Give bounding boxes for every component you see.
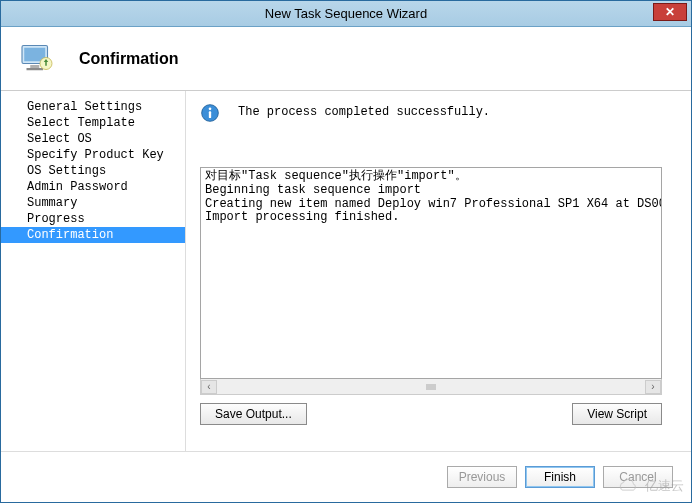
sidebar-item-label: Progress xyxy=(27,212,85,226)
save-output-button[interactable]: Save Output... xyxy=(200,403,307,425)
log-line: Creating new item named Deploy win7 Prof… xyxy=(205,198,657,212)
sidebar-item-os-settings[interactable]: OS Settings xyxy=(1,163,185,179)
step-sidebar: General Settings Select Template Select … xyxy=(1,91,186,451)
finish-button[interactable]: Finish xyxy=(525,466,595,488)
svg-point-6 xyxy=(209,108,212,111)
sidebar-item-label: Specify Product Key xyxy=(27,148,164,162)
sidebar-item-label: Admin Password xyxy=(27,180,128,194)
horizontal-scrollbar[interactable]: ‹ › xyxy=(200,379,662,395)
sidebar-item-confirmation[interactable]: Confirmation xyxy=(1,227,185,243)
wizard-body: General Settings Select Template Select … xyxy=(1,91,691,451)
page-title: Confirmation xyxy=(79,50,179,68)
close-icon: ✕ xyxy=(665,5,675,19)
sidebar-item-label: Select Template xyxy=(27,116,135,130)
previous-button: Previous xyxy=(447,466,517,488)
log-output[interactable]: 对目标"Task sequence"执行操作"import"。 Beginnin… xyxy=(200,167,662,379)
sidebar-item-label: Summary xyxy=(27,196,77,210)
scroll-right-arrow-icon[interactable]: › xyxy=(645,380,661,394)
log-line: Import processing finished. xyxy=(205,211,657,225)
info-icon xyxy=(200,103,220,123)
sidebar-item-select-template[interactable]: Select Template xyxy=(1,115,185,131)
log-line: Beginning task sequence import xyxy=(205,184,657,198)
wizard-header: Confirmation xyxy=(1,27,691,91)
svg-rect-7 xyxy=(209,111,211,118)
svg-rect-3 xyxy=(27,68,44,70)
cancel-button: Cancel xyxy=(603,466,673,488)
log-buttons-row: Save Output... View Script xyxy=(200,403,662,425)
content-pane: The process completed successfully. 对目标"… xyxy=(186,91,691,451)
scroll-left-arrow-icon[interactable]: ‹ xyxy=(201,380,217,394)
wizard-footer: Previous Finish Cancel xyxy=(1,451,691,501)
sidebar-item-general-settings[interactable]: General Settings xyxy=(1,99,185,115)
titlebar: New Task Sequence Wizard ✕ xyxy=(1,1,691,27)
sidebar-item-admin-password[interactable]: Admin Password xyxy=(1,179,185,195)
sidebar-item-label: General Settings xyxy=(27,100,142,114)
sidebar-item-summary[interactable]: Summary xyxy=(1,195,185,211)
scroll-thumb[interactable] xyxy=(426,384,436,390)
log-line: 对目标"Task sequence"执行操作"import"。 xyxy=(205,170,657,184)
sidebar-item-label: Select OS xyxy=(27,132,92,146)
sidebar-item-specify-product-key[interactable]: Specify Product Key xyxy=(1,147,185,163)
view-script-button[interactable]: View Script xyxy=(572,403,662,425)
monitor-icon xyxy=(19,41,55,77)
sidebar-item-progress[interactable]: Progress xyxy=(1,211,185,227)
sidebar-item-select-os[interactable]: Select OS xyxy=(1,131,185,147)
svg-rect-2 xyxy=(30,65,39,68)
close-button[interactable]: ✕ xyxy=(653,3,687,21)
sidebar-item-label: Confirmation xyxy=(27,228,113,242)
window-title: New Task Sequence Wizard xyxy=(1,6,691,21)
status-row: The process completed successfully. xyxy=(200,103,677,123)
status-message: The process completed successfully. xyxy=(238,103,490,119)
sidebar-item-label: OS Settings xyxy=(27,164,106,178)
